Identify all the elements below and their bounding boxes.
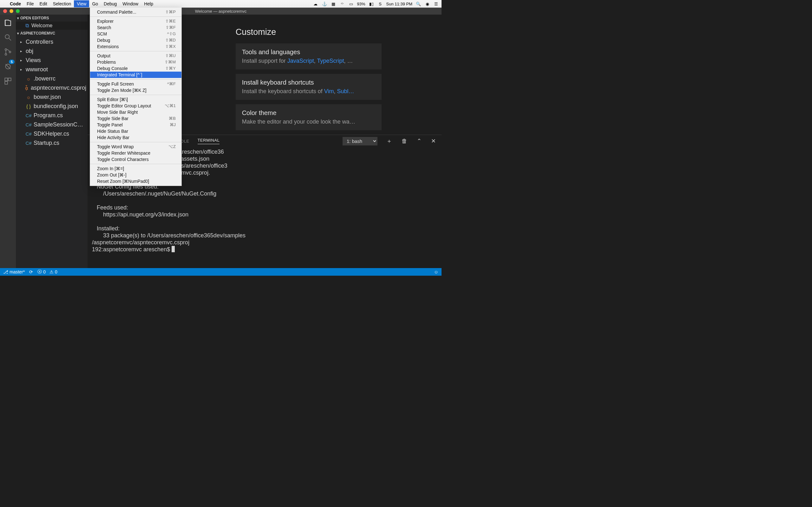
new-terminal-icon[interactable]: ＋: [386, 137, 393, 145]
json-icon: { }: [26, 104, 32, 109]
menu-item[interactable]: Toggle Render Whitespace: [90, 150, 182, 156]
wifi-icon[interactable]: ⌔: [339, 2, 345, 6]
folder-node[interactable]: wwwroot: [16, 65, 88, 74]
open-editor-label: Welcome: [32, 23, 52, 29]
battery-icon[interactable]: ▮▯: [368, 2, 374, 6]
terminal-selector[interactable]: 1: bash: [343, 137, 377, 146]
menu-item[interactable]: Command Palette...⇧⌘P: [90, 9, 182, 15]
siri-icon[interactable]: ◉: [424, 2, 430, 6]
menu-item[interactable]: Zoom Out [⌘-]: [90, 172, 182, 178]
file-node[interactable]: C#Program.cs: [16, 111, 88, 120]
feedback-button[interactable]: ☺: [434, 269, 438, 274]
cs-icon: C#: [26, 140, 32, 146]
menu-item[interactable]: Toggle Editor Group Layout⌥⌘1: [90, 103, 182, 109]
clock[interactable]: Sun 11:39 PM: [386, 2, 412, 6]
minimize-window-button[interactable]: [9, 9, 13, 13]
battery-percent[interactable]: 93%: [357, 2, 365, 6]
menu-item[interactable]: Toggle Zen Mode [⌘K Z]: [90, 87, 182, 94]
color-theme-card[interactable]: Color theme Make the editor and your cod…: [236, 104, 382, 130]
folder-node[interactable]: Views: [16, 56, 88, 65]
file-node[interactable]: C#SampleSessionC…: [16, 120, 88, 129]
notification-center-icon[interactable]: ☰: [433, 2, 439, 6]
explorer-activity-icon[interactable]: [3, 18, 12, 27]
card-title: Tools and languages: [242, 49, 375, 56]
link-typescript[interactable]: TypeScript: [317, 58, 344, 64]
workbench: 5 OPEN EDITORS ⧉ Welcome ASPNETCOREMVC C…: [0, 14, 442, 268]
window-titlebar: Welcome — aspnetcoremvc: [0, 8, 442, 14]
git-branch[interactable]: ⎇master*: [3, 269, 25, 274]
link-javascript[interactable]: JavaScript: [287, 58, 314, 64]
cloud-icon[interactable]: ☁: [313, 2, 318, 6]
menu-item[interactable]: Hide Activity Bar: [90, 134, 182, 141]
link-vim[interactable]: Vim: [324, 88, 334, 95]
menu-item[interactable]: Toggle Panel⌘J: [90, 122, 182, 128]
menu-item[interactable]: Integrated Terminal [^`]: [90, 72, 182, 78]
kill-terminal-icon[interactable]: 🗑: [401, 138, 408, 145]
menu-debug[interactable]: Debug: [101, 0, 119, 7]
file-node[interactable]: { }bundleconfig.json: [16, 102, 88, 111]
close-window-button[interactable]: [3, 9, 7, 13]
folder-node[interactable]: obj: [16, 47, 88, 56]
menu-item[interactable]: Explorer⇧⌘E: [90, 18, 182, 24]
airplay-icon[interactable]: ▭: [348, 2, 354, 6]
menu-go[interactable]: Go: [89, 0, 101, 7]
sync-button[interactable]: ⟳: [29, 269, 33, 274]
menu-item[interactable]: Search⇧⌘F: [90, 24, 182, 31]
menu-item[interactable]: Toggle Full Screen^⌘F: [90, 81, 182, 87]
tools-languages-card[interactable]: Tools and languages Install support for …: [236, 43, 382, 69]
docker-icon[interactable]: ⚓: [322, 2, 327, 6]
menu-item[interactable]: Toggle Control Characters: [90, 156, 182, 163]
scm-badge: 5: [9, 60, 14, 64]
open-editor-welcome[interactable]: ⧉ Welcome: [16, 21, 88, 30]
close-panel-icon[interactable]: ✕: [430, 137, 437, 145]
menu-item[interactable]: Debug Console⇧⌘Y: [90, 65, 182, 72]
menu-item[interactable]: Extensions⇧⌘X: [90, 43, 182, 50]
open-editors-section[interactable]: OPEN EDITORS: [16, 14, 88, 21]
menu-item[interactable]: SCM^⇧G: [90, 31, 182, 37]
search-activity-icon[interactable]: [3, 33, 12, 42]
extensions-activity-icon[interactable]: [3, 77, 12, 86]
spotlight-icon[interactable]: 🔍: [415, 2, 421, 6]
menu-window[interactable]: Window: [119, 0, 141, 7]
menu-item[interactable]: Split Editor [⌘\]: [90, 96, 182, 103]
file-node[interactable]: C#Startup.cs: [16, 138, 88, 148]
workspace-section[interactable]: ASPNETCOREMVC: [16, 30, 88, 37]
file-node[interactable]: C#SDKHelper.cs: [16, 129, 88, 138]
menu-selection[interactable]: Selection: [50, 0, 74, 7]
folder-node[interactable]: Controllers: [16, 38, 88, 47]
grid-icon[interactable]: ▦: [331, 2, 336, 6]
scm-activity-icon[interactable]: [3, 48, 12, 56]
menu-item[interactable]: Output⇧⌘U: [90, 53, 182, 59]
menu-item[interactable]: Problems⇧⌘M: [90, 59, 182, 65]
app-name[interactable]: Code: [7, 0, 24, 7]
menu-item[interactable]: Toggle Word Wrap⌥Z: [90, 144, 182, 150]
maximize-panel-icon[interactable]: ⌃: [416, 137, 422, 145]
file-node[interactable]: ☼bower.json: [16, 93, 88, 102]
file-node[interactable]: ☼.bowerrc: [16, 74, 88, 83]
problems-status[interactable]: ⓧ0 ⚠0: [38, 269, 57, 275]
menu-item[interactable]: Zoom In [⌘=]: [90, 165, 182, 172]
card-body: Make the editor and your code look the w…: [242, 118, 375, 125]
svg-point-1: [5, 49, 7, 50]
menu-item[interactable]: Reset Zoom [⌘NumPad0]: [90, 178, 182, 184]
tab-terminal[interactable]: TERMINAL: [198, 138, 220, 144]
mac-menubar: Code File Edit Selection View Go Debug W…: [0, 0, 442, 8]
menu-item[interactable]: Move Side Bar Right: [90, 109, 182, 115]
svg-point-0: [5, 35, 9, 39]
link-sublime[interactable]: Subl…: [337, 88, 354, 95]
menu-item[interactable]: Debug⇧⌘D: [90, 37, 182, 43]
menu-help[interactable]: Help: [141, 0, 156, 7]
zoom-window-button[interactable]: [16, 9, 20, 13]
skype-icon[interactable]: S: [377, 2, 383, 6]
menu-file[interactable]: File: [24, 0, 37, 7]
card-title: Install keyboard shortcuts: [242, 79, 375, 86]
card-title: Color theme: [242, 109, 375, 117]
menu-edit[interactable]: Edit: [37, 0, 50, 7]
menu-item[interactable]: Toggle Side Bar⌘B: [90, 115, 182, 122]
card-body: Install support for JavaScript, TypeScri…: [242, 58, 375, 64]
menu-item[interactable]: Hide Status Bar: [90, 128, 182, 134]
keyboard-shortcuts-card[interactable]: Install keyboard shortcuts Install the k…: [236, 74, 382, 100]
file-node[interactable]: ᾇaspntecoremvc.csproj: [16, 83, 88, 93]
menu-view[interactable]: View: [74, 0, 89, 7]
cs-icon: C#: [26, 131, 32, 136]
